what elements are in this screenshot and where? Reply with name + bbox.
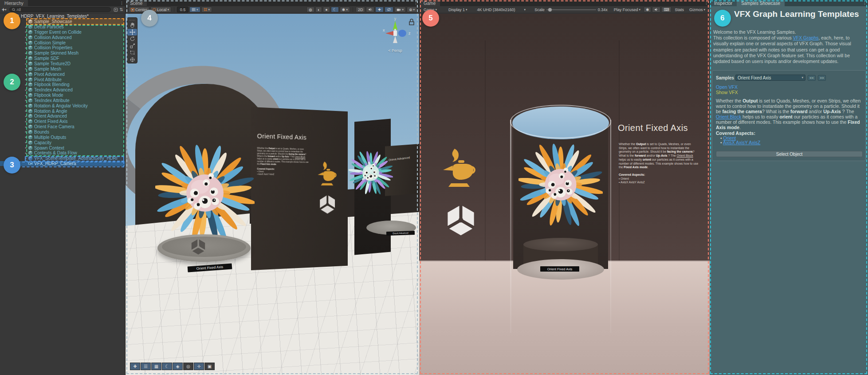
fold-arrow-icon[interactable]: ▸	[24, 120, 28, 123]
inline-link[interactable]: Orient Block	[295, 156, 305, 158]
fold-arrow-icon[interactable]: ▸	[24, 46, 28, 50]
fold-arrow-icon[interactable]: ▸	[24, 51, 28, 55]
scale-slider[interactable]	[546, 9, 596, 10]
fold-arrow-icon[interactable]: ▸	[24, 72, 28, 76]
grid-overlay-icon[interactable]: ▦	[151, 363, 161, 370]
stats-button[interactable]: Stats	[672, 7, 686, 12]
transform-tool-button[interactable]	[127, 56, 137, 63]
add-gameobject-button[interactable]: +	[2, 7, 5, 13]
hierarchy-row[interactable]: ▸Collision Advanced	[0, 35, 125, 40]
inline-link[interactable]: Orient Block	[716, 114, 741, 119]
hierarchy-row[interactable]: ▸Contexts & Data Flow	[0, 150, 125, 156]
fold-arrow-icon[interactable]: ▸	[24, 25, 28, 29]
inspector-menu-icon[interactable]: ⋮	[863, 0, 867, 6]
hierarchy-row[interactable]: ▸TexIndex Attribute	[0, 98, 125, 103]
fold-arrow-icon[interactable]: ▸	[24, 83, 28, 87]
fold-arrow-icon[interactable]: ▸	[24, 36, 28, 39]
tab-game[interactable]: Game	[419, 0, 440, 6]
hierarchy-row[interactable]: ▸Flipbook Mode	[0, 93, 125, 98]
hierarchy-sort-icon[interactable]: ⇅	[120, 7, 123, 12]
hierarchy-row[interactable]: ▸Orient Advanced	[0, 114, 125, 119]
increment-snap-dropdown[interactable]: ▾	[201, 7, 212, 12]
scene-camera-dropdown[interactable]: ▾	[394, 7, 406, 12]
fold-arrow-icon[interactable]: ▸	[24, 30, 28, 34]
hierarchy-row[interactable]: ▸Collision Properties	[0, 45, 125, 51]
inline-link[interactable]: Orient Block	[677, 154, 693, 157]
add-dropdown-arrow-icon[interactable]: ▾	[5, 8, 7, 12]
scale-slider-thumb[interactable]	[548, 8, 552, 12]
fold-arrow-icon[interactable]: ▸	[24, 114, 28, 118]
hierarchy-row[interactable]: ▸Sample Texture2D	[0, 61, 125, 67]
move-overlay-icon[interactable]: ✚	[130, 363, 140, 370]
camera-overlay-icon[interactable]: ▣	[204, 363, 215, 370]
transform-overlay-icon[interactable]: ✛	[194, 363, 204, 370]
hierarchy-row[interactable]: ▸Pivot Advanced	[0, 71, 125, 77]
fold-arrow-icon[interactable]: ▸	[24, 146, 28, 150]
gizmos-dropdown[interactable]: ⊕▾	[407, 7, 417, 12]
hierarchy-search-input[interactable]: All	[9, 7, 111, 12]
hierarchy-row[interactable]: ▸Orient Face Camera	[0, 124, 125, 130]
move-tool-button[interactable]	[127, 29, 137, 36]
inline-link[interactable]: VFX Graphs	[793, 35, 819, 40]
hierarchy-row[interactable]: ▸Spawn Context	[0, 145, 125, 150]
projection-mode-label[interactable]: < Persp	[375, 48, 416, 53]
audio-mute-icon[interactable]	[366, 7, 374, 12]
fold-arrow-icon[interactable]: ▸	[24, 141, 28, 144]
gizmo-overlay-icon[interactable]: ◈	[173, 363, 183, 370]
game-menu-icon[interactable]: ⋮	[704, 0, 708, 6]
hierarchy-row[interactable]: ▸Sample SDF	[0, 56, 125, 61]
fold-arrow-icon[interactable]: ▸	[24, 104, 28, 107]
fold-arrow-icon[interactable]: ▸	[24, 157, 28, 160]
hierarchy-row[interactable]: ▸Multiple Outputs	[0, 134, 125, 140]
samples-dropdown[interactable]: Orient Fixed Axis ▾	[735, 75, 805, 81]
fold-arrow-icon[interactable]: ▸	[24, 94, 28, 97]
hierarchy-row[interactable]: ▸Sample Mesh	[0, 66, 125, 71]
fold-arrow-icon[interactable]: ▸	[24, 57, 28, 60]
fold-arrow-icon[interactable]: ▸	[24, 151, 28, 155]
game-gizmos-dropdown[interactable]: Gizmos▾	[687, 7, 707, 12]
scene-picker-icon[interactable]	[114, 8, 118, 12]
hierarchy-row[interactable]: ▸Rotation & Angle	[0, 108, 125, 114]
mute-audio-icon[interactable]	[652, 7, 660, 12]
rect-tool-button[interactable]	[127, 49, 137, 56]
hierarchy-row[interactable]: ▸Rotation & Angular Velocity	[0, 103, 125, 108]
game-viewport[interactable]: Orient Fixed Axis Whether the Output is …	[419, 14, 710, 375]
hierarchy-row[interactable]: ▸Collision Simple	[0, 40, 125, 45]
hierarchy-row[interactable]: ▸Capacity	[0, 140, 125, 145]
debug-mode-icon[interactable]: ☾	[331, 7, 339, 12]
view-options-overlay-icon[interactable]: ☾	[162, 363, 172, 370]
tab-scene[interactable]: Scene	[126, 0, 147, 6]
tab-inspector[interactable]: Inspector	[710, 0, 737, 6]
fold-arrow-icon[interactable]: ▸	[24, 135, 28, 139]
scene-menu-icon[interactable]: ⋮	[414, 0, 418, 6]
prev-sample-button[interactable]: <<	[808, 75, 816, 81]
hierarchy-row[interactable]: ▸Trigger Event on Collide	[0, 30, 125, 35]
hierarchy-row[interactable]: ▸Bounds	[0, 130, 125, 135]
hierarchy-menu-icon[interactable]: ⋮	[120, 0, 124, 6]
grid-snap-toggle[interactable]: ▾	[189, 7, 200, 12]
shading-mode-icon[interactable]: ◍	[306, 7, 314, 12]
scale-tool-button[interactable]	[127, 43, 137, 50]
sky-toggle-icon[interactable]: ●	[323, 7, 330, 12]
tools-drag-handle[interactable]: ——	[127, 18, 137, 22]
show-vfx-link[interactable]: Show VFX	[716, 90, 738, 95]
search-overlay-icon[interactable]: ◎	[183, 363, 193, 370]
grid-size-field[interactable]: 0.5	[177, 7, 189, 12]
scene-orientation-gizmo[interactable]: y x z < Persp	[375, 16, 416, 55]
covered-aspect-link[interactable]: AxisX AxisY AxisZ	[723, 140, 760, 145]
scene-visibility-icon[interactable]	[385, 7, 393, 12]
next-sample-button[interactable]: >>	[818, 75, 826, 81]
hierarchy-row[interactable]: ▸TexIndex Advanced	[0, 87, 125, 93]
hierarchy-row[interactable]: ▸Sample Skinned Mesh	[0, 51, 125, 56]
fold-arrow-icon[interactable]: ▸	[24, 62, 28, 66]
fold-arrow-icon[interactable]: ▸	[24, 88, 28, 92]
play-focused-dropdown[interactable]: Play Focused▾	[612, 7, 643, 12]
properties-overlay-icon[interactable]: ☰	[141, 363, 151, 370]
resolution-dropdown[interactable]: 4K UHD (3840x2160)▾	[475, 7, 528, 12]
scene-viewport[interactable]: Orient Fixed Axis Whether the Output is …	[126, 14, 419, 375]
effects-visibility-icon[interactable]	[375, 7, 384, 12]
fold-arrow-icon[interactable]: ▸	[24, 67, 28, 71]
effects-dropdown[interactable]: ✱▾	[340, 7, 350, 12]
fold-arrow-icon[interactable]: ▸	[24, 99, 28, 102]
2d-toggle[interactable]: 2D	[356, 7, 365, 12]
